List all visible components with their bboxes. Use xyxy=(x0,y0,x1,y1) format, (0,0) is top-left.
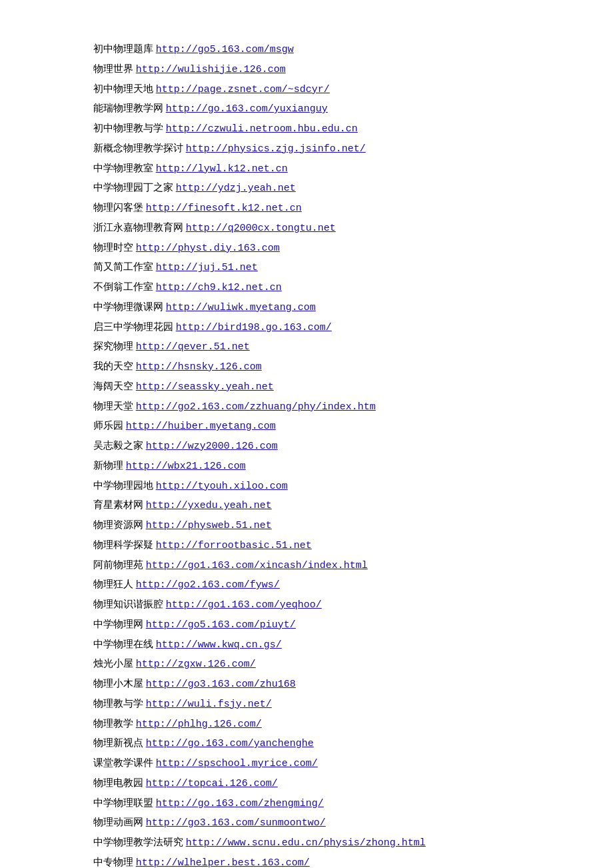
item-label: 物理新视点 xyxy=(93,737,146,748)
list-item: 物理知识谐振腔 http://go1.163.com/yeqhoo/ xyxy=(93,595,520,615)
item-label: 启三中学物理花园 xyxy=(93,321,176,332)
item-label: 初中物理题库 xyxy=(93,43,156,54)
item-url[interactable]: http://spschool.myrice.com/ xyxy=(156,758,318,769)
item-url[interactable]: http://go.163.com/yuxianguy xyxy=(166,103,328,115)
list-item: 物理天堂 http://go2.163.com/zzhuang/phy/inde… xyxy=(93,397,520,417)
list-item: 物理资源网 http://physweb.51.net xyxy=(93,516,520,535)
item-label: 中学物理教室 xyxy=(93,163,156,173)
list-item: 不倒翁工作室 http://ch9.k12.net.cn xyxy=(93,278,520,297)
item-url[interactable]: http://www.scnu.edu.cn/physis/zhong.html xyxy=(186,837,426,849)
item-label: 吴志毅之家 xyxy=(93,440,146,451)
list-item: 物理时空 http://physt.diy.163.com xyxy=(93,239,520,258)
item-label: 我的天空 xyxy=(93,361,136,371)
item-url[interactable]: http://tyouh.xiloo.com xyxy=(156,481,288,492)
item-url[interactable]: http://go.163.com/zhengming/ xyxy=(156,798,324,809)
item-label: 阿前物理苑 xyxy=(93,559,146,570)
item-label: 中学物理园丁之家 xyxy=(93,182,176,193)
item-label: 浙江永嘉物理教育网 xyxy=(93,222,186,233)
item-url[interactable]: http://seassky.yeah.net xyxy=(136,381,274,393)
list-item: 物理教学 http://phlhg.126.com/ xyxy=(93,715,520,734)
item-url[interactable]: http://qever.51.net xyxy=(136,341,250,353)
list-item: 新概念物理教学探讨 http://physics.zjg.jsinfo.net/ xyxy=(93,139,520,159)
list-item: 物理电教园 http://topcai.126.com/ xyxy=(93,774,520,793)
item-url[interactable]: http://juj.51.net xyxy=(156,262,258,273)
item-url[interactable]: http://go5.163.com/msgw xyxy=(156,44,294,55)
item-url[interactable]: http://wlhelper.best.163.com/ xyxy=(136,857,310,868)
item-url[interactable]: http://q2000cx.tongtu.net xyxy=(186,223,336,234)
list-item: 物理教与学 http://wuli.fsjy.net/ xyxy=(93,695,520,714)
item-url[interactable]: http://zgxw.126.com/ xyxy=(136,659,256,670)
list-item: 中专物理 http://wlhelper.best.163.com/ xyxy=(93,853,520,868)
item-label: 育星素材网 xyxy=(93,499,146,510)
item-label: 烛光小屋 xyxy=(93,658,136,669)
item-url[interactable]: http://wuliwk.myetang.com xyxy=(166,302,316,313)
item-label: 初中物理教与学 xyxy=(93,123,166,133)
item-url[interactable]: http://go3.163.com/zhu168 xyxy=(146,679,296,690)
item-url[interactable]: http://ydzj.yeah.net xyxy=(176,183,296,194)
item-label: 物理教与学 xyxy=(93,698,146,709)
item-label: 物理科学探疑 xyxy=(93,539,156,550)
item-label: 物理狂人 xyxy=(93,579,136,589)
item-url[interactable]: http://go.163.com/yanchenghe xyxy=(146,738,314,749)
list-item: 课堂教学课件 http://spschool.myrice.com/ xyxy=(93,754,520,773)
item-url[interactable]: http://page.zsnet.com/~sdcyr/ xyxy=(156,84,330,95)
list-item: 简又简工作室 http://juj.51.net xyxy=(93,258,520,277)
item-label: 能瑞物理教学网 xyxy=(93,103,166,113)
item-url[interactable]: http://go2.163.com/fyws/ xyxy=(136,579,280,591)
item-url[interactable]: http://topcai.126.com/ xyxy=(146,778,278,789)
list-item: 初中物理教与学 http://czwuli.netroom.hbu.edu.cn xyxy=(93,119,520,139)
list-item: 中学物理园丁之家 http://ydzj.yeah.net xyxy=(93,179,520,198)
list-item: 物理小木屋 http://go3.163.com/zhu168 xyxy=(93,675,520,694)
item-url[interactable]: http://go1.163.com/yeqhoo/ xyxy=(166,599,322,611)
item-label: 简又简工作室 xyxy=(93,261,156,272)
item-label: 物理动画网 xyxy=(93,817,146,827)
item-url[interactable]: http://physweb.51.net xyxy=(146,520,272,531)
item-url[interactable]: http://physt.diy.163.com xyxy=(136,243,280,254)
item-label: 中学物理教学法研究 xyxy=(93,837,186,847)
item-url[interactable]: http://go3.163.com/sunmoontwo/ xyxy=(146,817,326,829)
list-item: 我的天空 http://hsnsky.126.com xyxy=(93,357,520,377)
item-url[interactable]: http://wulishijie.126.com xyxy=(136,64,286,75)
item-label: 物理小木屋 xyxy=(93,678,146,689)
item-url[interactable]: http://wbx21.126.com xyxy=(126,461,246,472)
item-url[interactable]: http://go2.163.com/zzhuang/phy/index.htm xyxy=(136,401,376,413)
list-item: 探究物理 http://qever.51.net xyxy=(93,337,520,357)
list-item: 初中物理题库 http://go5.163.com/msgw xyxy=(93,40,520,59)
item-url[interactable]: http://czwuli.netroom.hbu.edu.cn xyxy=(166,123,358,135)
item-label: 中学物理联盟 xyxy=(93,797,156,808)
list-item: 物理科学探疑 http://forrootbasic.51.net xyxy=(93,536,520,555)
list-item: 启三中学物理花园 http://bird198.go.163.com/ xyxy=(93,318,520,337)
item-url[interactable]: http://phlhg.126.com/ xyxy=(136,719,262,730)
list-item: 物理动画网 http://go3.163.com/sunmoontwo/ xyxy=(93,813,520,833)
item-url[interactable]: http://yxedu.yeah.net xyxy=(146,500,272,511)
list-item: 浙江永嘉物理教育网 http://q2000cx.tongtu.net xyxy=(93,219,520,238)
list-item: 物理闪客堡 http://finesoft.k12.net.cn xyxy=(93,199,520,218)
item-url[interactable]: http://wuli.fsjy.net/ xyxy=(146,699,272,710)
list-item: 中学物理在线 http://www.kwq.cn.gs/ xyxy=(93,635,520,655)
link-list: 初中物理题库 http://go5.163.com/msgw物理世界 http:… xyxy=(93,40,520,868)
item-url[interactable]: http://finesoft.k12.net.cn xyxy=(146,203,302,214)
item-label: 探究物理 xyxy=(93,341,136,351)
item-url[interactable]: http://physics.zjg.jsinfo.net/ xyxy=(186,143,366,155)
item-label: 中学物理微课网 xyxy=(93,301,166,312)
item-url[interactable]: http://lywl.k12.net.cn xyxy=(156,163,288,175)
list-item: 初中物理天地 http://page.zsnet.com/~sdcyr/ xyxy=(93,80,520,99)
item-url[interactable]: http://forrootbasic.51.net xyxy=(156,540,312,551)
item-label: 物理闪客堡 xyxy=(93,202,146,213)
item-url[interactable]: http://bird198.go.163.com/ xyxy=(176,322,332,333)
list-item: 中学物理网 http://go5.163.com/piuyt/ xyxy=(93,615,520,635)
item-label: 中专物理 xyxy=(93,857,136,867)
item-url[interactable]: http://huiber.myetang.com xyxy=(126,421,276,432)
list-item: 育星素材网 http://yxedu.yeah.net xyxy=(93,496,520,515)
item-url[interactable]: http://www.kwq.cn.gs/ xyxy=(156,639,282,651)
list-item: 海阔天空 http://seassky.yeah.net xyxy=(93,377,520,397)
item-url[interactable]: http://ch9.k12.net.cn xyxy=(156,282,282,293)
item-label: 初中物理天地 xyxy=(93,83,156,94)
item-label: 物理资源网 xyxy=(93,519,146,530)
item-url[interactable]: http://go5.163.com/piuyt/ xyxy=(146,619,296,631)
list-item: 物理狂人 http://go2.163.com/fyws/ xyxy=(93,575,520,595)
item-label: 物理时空 xyxy=(93,242,136,253)
item-url[interactable]: http://hsnsky.126.com xyxy=(136,361,262,373)
item-url[interactable]: http://go1.163.com/xincash/index.html xyxy=(146,560,368,571)
item-url[interactable]: http://wzy2000.126.com xyxy=(146,441,278,452)
